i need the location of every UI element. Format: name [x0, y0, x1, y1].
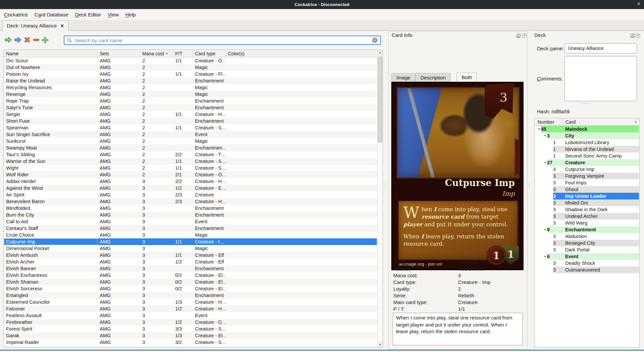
menu-card-database[interactable]: Card Database	[31, 9, 72, 20]
table-row[interactable]: Forest SpiritAMG33/3Creature - S…	[4, 326, 377, 332]
column-header-card-type[interactable]: Card type	[193, 50, 226, 57]
deck-tree-row[interactable]: 3Shadow in the Dark	[535, 206, 639, 213]
tree-expander-icon[interactable]: ▾	[544, 159, 546, 166]
table-row[interactable]: Air SpiritAMG32/3Creature	[4, 191, 377, 198]
deck-tree-row[interactable]: 3Besieged City	[535, 240, 639, 246]
window-close-icon[interactable]: ✕	[637, 1, 641, 6]
tab-close-icon[interactable]: ✕	[60, 23, 64, 28]
table-scrollbar[interactable]: ▲ ▼	[377, 50, 383, 347]
deck-tree-row[interactable]: 3Deadly Shock	[535, 260, 639, 267]
scroll-down-icon[interactable]: ▼	[378, 342, 383, 347]
table-row[interactable]: Swampy MoatAMG2Enchantmen…	[4, 144, 377, 151]
tree-expander-icon[interactable]: ▾	[544, 253, 546, 260]
table-row[interactable]: Wolf RiderAMG22/1Creature - O…	[4, 171, 377, 178]
deck-tree-row[interactable]: ▾3City	[535, 132, 639, 139]
column-header-mana-cost[interactable]: Mana cost▾	[140, 50, 173, 57]
table-row[interactable]: Rope TrapAMG2Enchantment	[4, 98, 377, 104]
table-row[interactable]: Dimensional PocketAMG3Magic	[4, 245, 377, 252]
table-row[interactable]: Short FuseAMG2Enchantment	[4, 118, 377, 124]
tree-expander-icon[interactable]: ▾	[544, 132, 546, 139]
table-row[interactable]: Elvish BannerAMG3Enchantment	[4, 265, 377, 272]
deck-tree-row[interactable]: ▾27Creature	[535, 159, 639, 166]
splitter-table-cardinfo[interactable]	[385, 183, 386, 188]
table-row[interactable]: InflationAMG3Enchantmen…	[4, 346, 377, 347]
deck-tree-row[interactable]: 3Ghoul	[535, 186, 639, 193]
deck-tree-row[interactable]: 3Undead Archer	[535, 213, 639, 220]
deck-tree-row[interactable]: 1Nirvana of the Undead	[535, 146, 639, 153]
search-input[interactable]: Search by card name i	[64, 36, 381, 45]
table-row[interactable]: EntangledAMG3Enchantment	[4, 292, 377, 299]
table-row[interactable]: SergioAMG21/1Creature - H…	[4, 111, 377, 118]
table-row[interactable]: SpearmanAMG21/1Creature - S…	[4, 124, 377, 131]
table-row[interactable]: Cutpurse ImpAMG31/1Creature - I…	[4, 238, 377, 245]
deck-tree-row[interactable]: 3Misled Orc	[535, 199, 639, 206]
column-header-sets[interactable]: Sets	[98, 50, 140, 57]
splitter-comments-tree[interactable]	[581, 103, 590, 104]
splitter-cardinfo-deck[interactable]	[529, 183, 530, 188]
deck-float-icon[interactable]	[630, 34, 635, 38]
deck-tree-row[interactable]: 3Imp Union Leader	[535, 193, 639, 199]
info-icon[interactable]: i	[372, 38, 378, 43]
table-row[interactable]: Elvish ShamanAMG30/2Creature - El…	[4, 279, 377, 285]
table-row[interactable]: Against the WindAMG31/2Creature - E…	[4, 185, 377, 191]
table-row[interactable]: GarakAMG31/3Creature - El…	[4, 332, 377, 339]
deck-tree-row[interactable]: 1Lobotomized Library	[535, 139, 639, 146]
deck-tree-row[interactable]: 3Forgiving Vampire	[535, 173, 639, 179]
table-row[interactable]: FirebreatherAMG31/2Creature - D…	[4, 319, 377, 326]
deck-name-input[interactable]: Uneasy Alliance	[564, 43, 637, 53]
table-row[interactable]: Imperial RaiderAMG33/2Creature - S…	[4, 339, 377, 346]
tab-description[interactable]: Description	[415, 73, 451, 82]
tree-expander-icon[interactable]: ▾	[538, 126, 540, 132]
deck-tree-row[interactable]: 1Second Sons' Army Camp	[535, 153, 639, 159]
deck-tree-row[interactable]: 3Foul Imps	[535, 179, 639, 186]
increment-card-plus-icon[interactable]	[41, 36, 49, 44]
menu-deck-editor[interactable]: Deck Editor	[72, 9, 105, 20]
table-row[interactable]: Elvish SorceressAMG30/2Creature - El…	[4, 285, 377, 292]
deck-tree-row[interactable]: 3Abduction	[535, 233, 639, 240]
table-row[interactable]: Recycling ResourcesAMG2Magic	[4, 84, 377, 91]
deck-tree-row[interactable]: ▾9Enchantment	[535, 226, 639, 233]
tab-deck-uneasy-alliance[interactable]: Deck: Uneasy Alliance ✕	[2, 20, 68, 31]
table-row[interactable]: Orc ScoutAMG21/1Creature - O…	[4, 57, 377, 64]
column-header-name[interactable]: Name	[4, 50, 98, 57]
table-row[interactable]: Call to AidAMG3Event	[4, 218, 377, 225]
remove-card-red-x-icon[interactable]	[23, 36, 31, 44]
deck-tree-row[interactable]: ▾45Maindeck	[535, 126, 639, 132]
table-row[interactable]: Warrior of the SunAMG21/1Creature - S…	[4, 158, 377, 165]
table-row[interactable]: Esteemed CouncilorAMG31/3Creature - H…	[4, 299, 377, 305]
menu-cockatrice[interactable]: Cockatrice	[1, 9, 31, 20]
menu-help[interactable]: Help	[122, 9, 139, 20]
deck-tree-row[interactable]: 3Cutpurse Imp	[535, 166, 639, 173]
table-row[interactable]: Satyr's TuneAMG2Enchantment	[4, 104, 377, 111]
scrollbar-thumb[interactable]	[378, 57, 382, 142]
table-row[interactable]: Out of NowhereAMG2Magic	[4, 64, 377, 71]
tree-expander-icon[interactable]: ▾	[544, 226, 546, 233]
table-row[interactable]: Crule ChoiceAMG3Magic	[4, 232, 377, 238]
scroll-up-icon[interactable]: ▲	[378, 50, 383, 55]
header-dropdown-icon[interactable]: ▾	[635, 119, 637, 125]
table-row[interactable]: Sun Singer SacrificeAMG2Event	[4, 131, 377, 138]
table-row[interactable]: BlindfoldedAMG3Enchantment	[4, 205, 377, 212]
decrement-card-minus-icon[interactable]	[32, 36, 40, 44]
add-to-maindeck-green-arrow-icon[interactable]	[4, 36, 12, 44]
column-header-p-t[interactable]: P/T	[173, 50, 193, 57]
comments-input[interactable]	[564, 56, 637, 101]
tab-both[interactable]: Both	[456, 72, 477, 82]
table-row[interactable]: Taur's SiblingAMG22/2Creature - T…	[4, 151, 377, 158]
table-row[interactable]: Centaur's StaffAMG3Enchantment	[4, 225, 377, 232]
column-header-color-s-[interactable]: Color(s)	[226, 50, 377, 57]
menu-view[interactable]: View	[104, 9, 122, 20]
table-row[interactable]: Poison IvyAMG21/1Creature - Fl…	[4, 71, 377, 77]
table-row[interactable]: Elvish ArcherAMG31/2Creature - Elf	[4, 258, 377, 265]
table-row[interactable]: SunburstAMG2Magic	[4, 138, 377, 144]
table-row[interactable]: RevengeAMG2Magic	[4, 91, 377, 98]
add-to-sideboard-blue-arrow-icon[interactable]	[14, 36, 22, 44]
table-row[interactable]: Benevolent BaronAMG32/3Creature - H…	[4, 198, 377, 205]
table-row[interactable]: FalconerAMG31/2Creature - H…	[4, 305, 377, 312]
deck-close-icon[interactable]	[636, 34, 640, 38]
deck-tree-row[interactable]: 3Wild Warg	[535, 220, 639, 226]
table-row[interactable]: Burn the CityAMG3Enchantment	[4, 212, 377, 218]
table-row[interactable]: Elvish AmbushAMG31/1Creature - Elf	[4, 252, 377, 258]
tab-image[interactable]: Image	[391, 73, 415, 82]
table-row[interactable]: Addax HerderAMG32/2Creature - H…	[4, 178, 377, 185]
